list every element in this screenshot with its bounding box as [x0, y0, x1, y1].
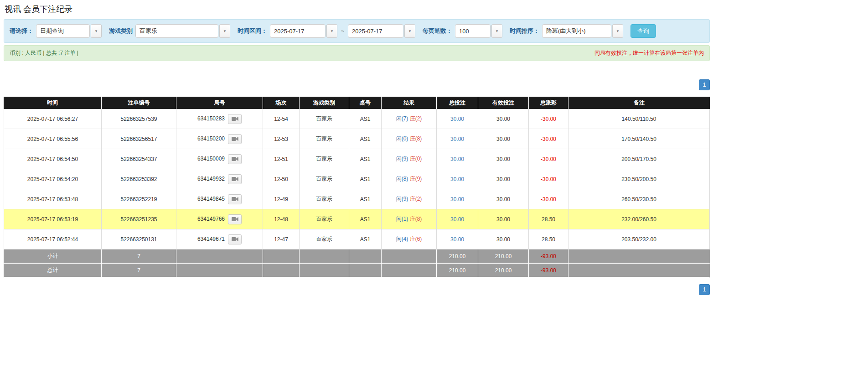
empty-cell [349, 264, 382, 278]
table-no-cell: AS1 [349, 109, 382, 129]
game-type-cell: 百家乐 [300, 109, 349, 129]
caret-down-icon: ▾ [224, 29, 226, 33]
video-camera-icon [232, 156, 238, 161]
banker-result: 庄(2) [410, 115, 422, 122]
table-header-row: 时间 注单编号 局号 场次 游戏类别 桌号 结果 总投注 有效投注 总派彩 备注 [4, 97, 710, 109]
date-range-label: 时间区间： [238, 27, 267, 35]
total-bet-link[interactable]: 30.00 [450, 196, 464, 203]
bet-id-cell: 522663253392 [102, 169, 176, 189]
empty-cell [263, 249, 300, 264]
grand-total-count: 7 [102, 264, 176, 278]
date-from-dropdown-button[interactable]: ▾ [326, 24, 337, 38]
video-replay-button[interactable] [228, 114, 242, 124]
caret-down-icon: ▾ [331, 29, 333, 33]
pagination-page-button[interactable]: 1 [699, 284, 710, 295]
remark-cell: 232.00/260.50 [568, 209, 710, 229]
game-type-dropdown-button[interactable]: ▾ [219, 24, 230, 38]
total-bet-link[interactable]: 30.00 [450, 156, 464, 162]
query-type-input[interactable] [36, 24, 90, 38]
result-cell: 闲(7) 庄(2) [382, 109, 437, 129]
empty-cell [568, 264, 710, 278]
col-header-payout: 总派彩 [529, 97, 568, 109]
date-from-select: ▾ [270, 24, 337, 38]
session-cell: 12-49 [263, 189, 300, 209]
sort-dropdown-button[interactable]: ▾ [612, 24, 623, 38]
time-cell: 2025-07-17 06:52:44 [4, 229, 102, 249]
table-row: 2025-07-17 06:55:56 522663256517 6341502… [4, 129, 710, 149]
table-row: 2025-07-17 06:52:44 522663250131 6341496… [4, 229, 710, 249]
video-replay-button[interactable] [228, 174, 242, 184]
payout-cell: 28.50 [529, 209, 568, 229]
payout-cell: -30.00 [529, 149, 568, 169]
game-type-cell: 百家乐 [300, 129, 349, 149]
page-content: 视讯 会员下注纪录 请选择： ▾ 游戏类别 ▾ 时间区间： ▾ ~ ▾ 每页笔数… [4, 0, 710, 295]
round-id-text: 634150009 [197, 156, 225, 162]
game-type-cell: 百家乐 [300, 209, 349, 229]
session-cell: 12-53 [263, 129, 300, 149]
total-bet-link[interactable]: 30.00 [450, 216, 464, 223]
total-bet-link[interactable]: 30.00 [450, 236, 464, 243]
video-replay-button[interactable] [228, 234, 242, 244]
video-replay-button[interactable] [228, 214, 242, 224]
grand-total-row: 总计 7 210.00 210.00 -93.00 [4, 264, 710, 278]
game-type-label: 游戏类别 [109, 27, 133, 35]
result-cell: 闲(9) 庄(0) [382, 149, 437, 169]
video-replay-button[interactable] [228, 134, 242, 144]
round-id-cell: 634149932 [176, 169, 263, 189]
empty-cell [349, 249, 382, 264]
total-bet-cell: 30.00 [437, 189, 478, 209]
pagination-page-button[interactable]: 1 [699, 79, 710, 90]
round-id-cell: 634149845 [176, 189, 263, 209]
player-result: 闲(1) [396, 216, 408, 222]
query-type-dropdown-button[interactable]: ▾ [91, 24, 102, 38]
table-no-cell: AS1 [349, 129, 382, 149]
subtotal-total-bet: 210.00 [437, 249, 478, 264]
valid-bet-cell: 30.00 [478, 189, 529, 209]
grand-total-payout: -93.00 [529, 264, 568, 278]
total-bet-cell: 30.00 [437, 169, 478, 189]
time-cell: 2025-07-17 06:54:20 [4, 169, 102, 189]
page-title: 视讯 会员下注纪录 [5, 4, 710, 15]
date-range-separator: ~ [341, 28, 344, 34]
total-bet-link[interactable]: 30.00 [450, 116, 464, 122]
total-bet-link[interactable]: 30.00 [450, 136, 464, 142]
result-cell: 闲(8) 庄(9) [382, 169, 437, 189]
page-size-dropdown-button[interactable]: ▾ [491, 24, 502, 38]
video-camera-icon [232, 217, 238, 222]
player-result: 闲(8) [396, 176, 408, 182]
payout-cell: -30.00 [529, 109, 568, 129]
date-to-dropdown-button[interactable]: ▾ [404, 24, 415, 38]
video-replay-button[interactable] [228, 194, 242, 204]
player-result: 闲(7) [396, 115, 408, 122]
game-type-input[interactable] [135, 24, 218, 38]
remark-cell: 260.50/230.50 [568, 189, 710, 209]
search-button[interactable]: 查询 [630, 24, 656, 38]
col-header-time: 时间 [4, 97, 102, 109]
summary-body: 小计 7 210.00 210.00 -93.00 总计 7 [4, 249, 710, 278]
col-header-total-bet: 总投注 [437, 97, 478, 109]
grand-total-total-bet: 210.00 [437, 264, 478, 278]
banker-result: 庄(6) [410, 236, 422, 242]
total-bet-cell: 30.00 [437, 109, 478, 129]
video-camera-icon [232, 237, 238, 242]
session-cell: 12-50 [263, 169, 300, 189]
sort-input[interactable] [542, 24, 611, 38]
table-row: 2025-07-17 06:54:50 522663254337 6341500… [4, 149, 710, 169]
filter-bar: 请选择： ▾ 游戏类别 ▾ 时间区间： ▾ ~ ▾ 每页笔数： ▾ 时间排序： … [4, 19, 710, 43]
date-from-input[interactable] [270, 24, 326, 38]
date-to-input[interactable] [348, 24, 403, 38]
subtotal-count: 7 [102, 249, 176, 264]
valid-bet-cell: 30.00 [478, 109, 529, 129]
session-cell: 12-51 [263, 149, 300, 169]
result-cell: 闲(9) 庄(2) [382, 189, 437, 209]
banker-result: 庄(0) [410, 156, 422, 162]
total-bet-link[interactable]: 30.00 [450, 176, 464, 182]
banker-result: 庄(9) [410, 176, 422, 182]
game-type-cell: 百家乐 [300, 149, 349, 169]
round-id-text: 634149671 [197, 236, 225, 242]
col-header-bet-id: 注单编号 [102, 97, 176, 109]
game-type-cell: 百家乐 [300, 169, 349, 189]
table-no-cell: AS1 [349, 209, 382, 229]
page-size-input[interactable] [455, 24, 491, 38]
video-replay-button[interactable] [228, 154, 242, 164]
